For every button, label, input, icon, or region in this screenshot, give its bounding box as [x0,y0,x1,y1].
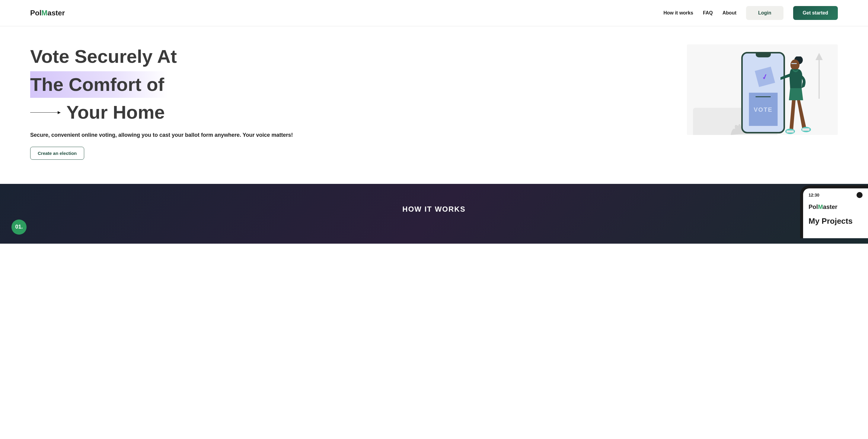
logo-prefix: Pol [30,9,41,17]
hero-title-line2: The Comfort of [30,71,669,98]
arrow-right-icon [30,112,60,113]
hero-illustration: ✓ VOTE [687,45,838,135]
phone-logo-m-icon: M [818,204,823,210]
logo[interactable]: PolMaster [30,9,65,17]
person-illustration [780,56,820,137]
create-election-button[interactable]: Create an election [30,147,84,160]
svg-point-1 [790,59,800,70]
ballot-box-label: VOTE [754,106,772,113]
site-header: PolMaster How it works FAQ About Login G… [0,0,868,26]
login-button[interactable]: Login [746,6,783,20]
phone-illustration: ✓ VOTE [741,52,785,134]
nav-faq[interactable]: FAQ [703,10,713,16]
hero-title-line1: Vote Securely At [30,45,669,69]
svg-rect-2 [791,63,797,64]
phone-logo-prefix: Pol [809,204,818,210]
checkmark-icon: ✓ [761,72,769,82]
phone-notch [756,53,771,57]
hero-subtitle: Secure, convenient online voting, allowi… [30,132,669,138]
phone-time: 12:30 [809,193,819,198]
step-01-badge: 01. [11,220,27,235]
logo-suffix: aster [48,9,65,17]
hero-section: Vote Securely At The Comfort of Your Hom… [0,26,868,184]
get-started-button[interactable]: Get started [793,6,838,20]
hero-title-highlight: The Comfort of [30,71,168,98]
my-projects-title: My Projects [809,216,863,226]
how-it-works-section: HOW IT WORKS 01. 12:30 PolMaster My Proj… [0,184,868,244]
main-nav: How it works FAQ About Login Get started [663,6,838,20]
hero-title-text3: Your Home [66,100,165,125]
phone-status-bar: 12:30 [809,192,863,198]
ballot-paper-icon: ✓ [754,67,775,87]
hero-text: Vote Securely At The Comfort of Your Hom… [30,45,669,160]
phone-logo: PolMaster [809,204,863,210]
logo-m-icon: M [41,9,48,17]
phone-mockup: 12:30 PolMaster My Projects [800,185,868,238]
phone-camera-icon [857,192,863,198]
nav-about[interactable]: About [722,10,736,16]
ballot-box-icon: VOTE [749,93,777,126]
nav-how-it-works[interactable]: How it works [663,10,693,16]
phone-logo-suffix: aster [823,204,838,210]
ballot-slot [756,96,771,97]
how-it-works-title: HOW IT WORKS [30,205,838,213]
hero-title-line3: Your Home [30,100,669,125]
